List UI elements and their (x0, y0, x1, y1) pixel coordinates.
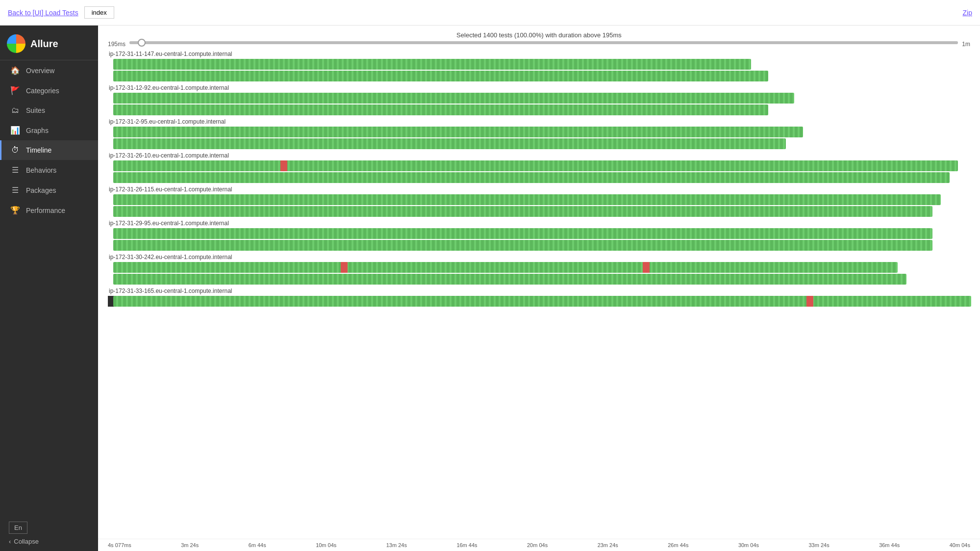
performance-icon: 🏆 (10, 206, 20, 215)
time-label-2: 6m 44s (249, 542, 266, 548)
bar-segment (113, 194, 941, 205)
host-label-0: ip-172-31-11-147.eu-central-1.compute.in… (108, 51, 970, 57)
time-label-6: 20m 04s (527, 542, 548, 548)
sidebar: Allure 🏠 Overview 🚩 Categories 🗂 Suites … (0, 26, 98, 551)
time-axis: 4s 077ms 3m 24s 6m 44s 10m 04s 13m 24s 1… (98, 539, 980, 551)
time-label-12: 40m 04s (950, 542, 970, 548)
host-group-2: ip-172-31-2-95.eu-central-1.compute.inte… (108, 118, 970, 149)
time-label-4: 13m 24s (386, 542, 407, 548)
host-group-3: ip-172-31-26-10.eu-central-1.compute.int… (108, 152, 970, 183)
bar-segment (113, 206, 932, 217)
flag-icon: 🚩 (10, 86, 20, 95)
sidebar-item-graphs[interactable]: 📊 Graphs (0, 120, 98, 140)
host-label-4: ip-172-31-26-115.eu-central-1.compute.in… (108, 186, 970, 193)
slider-info: Selected 1400 tests (100.00%) with durat… (108, 31, 970, 39)
slider-max-label: 1m (962, 41, 970, 48)
bar-segment (113, 240, 932, 251)
content-area: Selected 1400 tests (100.00%) with durat… (98, 26, 980, 551)
bar-red-indicator (806, 296, 813, 307)
host-label-2: ip-172-31-2-95.eu-central-1.compute.inte… (108, 118, 970, 125)
bar-row-5-1 (108, 240, 970, 251)
bar-segment (113, 105, 769, 115)
bar-row-3-1 (108, 172, 970, 183)
sidebar-item-overview-label: Overview (26, 67, 54, 75)
allure-logo-icon (7, 34, 25, 53)
bar-row-4-0 (108, 194, 970, 205)
host-label-5: ip-172-31-29-95.eu-central-1.compute.int… (108, 220, 970, 227)
sidebar-item-overview[interactable]: 🏠 Overview (0, 60, 98, 80)
sidebar-item-timeline-label: Timeline (26, 146, 51, 154)
bar-row-5-0 (108, 228, 970, 239)
slider-fill (129, 41, 958, 44)
sidebar-logo: Allure (0, 26, 98, 60)
bar-row-6-1 (108, 274, 970, 285)
bar-red-indicator-2 (643, 262, 650, 273)
bar-row-1-0 (108, 93, 970, 104)
behaviors-icon: ☰ (10, 165, 20, 175)
timeline-area: ip-172-31-11-147.eu-central-1.compute.in… (98, 51, 980, 539)
time-label-3: 10m 04s (316, 542, 336, 548)
bar-row-4-1 (108, 206, 970, 217)
slider-track[interactable] (129, 41, 958, 44)
host-group-1: ip-172-31-12-92.eu-central-1.compute.int… (108, 84, 970, 115)
back-link[interactable]: Back to [UI] Load Tests (8, 9, 78, 17)
slider-thumb[interactable] (138, 39, 146, 47)
bar-segment (113, 71, 769, 81)
sidebar-item-behaviors-label: Behaviors (26, 166, 56, 174)
bar-row-6-0 (108, 262, 970, 273)
top-bar: Back to [UI] Load Tests index Zip (0, 0, 980, 26)
packages-icon: ☰ (10, 185, 20, 195)
bar-segment (113, 138, 786, 149)
language-button[interactable]: En (9, 522, 27, 534)
tab-index[interactable]: index (84, 6, 114, 19)
timeline-icon: ⏱ (10, 146, 20, 155)
graphs-icon: 📊 (10, 126, 20, 135)
time-label-1: 3m 24s (181, 542, 199, 548)
sidebar-item-performance-label: Performance (26, 207, 65, 214)
zip-link[interactable]: Zip (963, 9, 972, 17)
host-group-4: ip-172-31-26-115.eu-central-1.compute.in… (108, 186, 970, 217)
sidebar-item-graphs-label: Graphs (26, 127, 49, 134)
time-label-11: 36m 44s (879, 542, 900, 548)
bar-row-3-0 (108, 160, 970, 171)
host-label-3: ip-172-31-26-10.eu-central-1.compute.int… (108, 152, 970, 159)
time-label-8: 26m 44s (668, 542, 688, 548)
home-icon: 🏠 (10, 66, 20, 75)
bar-segment (113, 160, 958, 171)
bar-row-7-0 (108, 296, 970, 307)
host-group-6: ip-172-31-30-242.eu-central-1.compute.in… (108, 254, 970, 285)
bar-segment (113, 274, 906, 285)
sidebar-item-packages[interactable]: ☰ Packages (0, 180, 98, 200)
bar-segment (113, 127, 803, 137)
time-label-9: 30m 04s (738, 542, 759, 548)
bar-segment (113, 93, 795, 104)
bar-segment (113, 296, 971, 307)
sidebar-item-performance[interactable]: 🏆 Performance (0, 200, 98, 220)
sidebar-bottom: En ‹ Collapse (0, 516, 98, 551)
host-label-6: ip-172-31-30-242.eu-central-1.compute.in… (108, 254, 970, 261)
bar-segment (113, 172, 950, 183)
main-layout: Allure 🏠 Overview 🚩 Categories 🗂 Suites … (0, 26, 980, 551)
time-label-5: 16m 44s (456, 542, 477, 548)
slider-area: Selected 1400 tests (100.00%) with durat… (98, 26, 980, 51)
bar-row-1-1 (108, 105, 970, 115)
host-group-0: ip-172-31-11-147.eu-central-1.compute.in… (108, 51, 970, 81)
sidebar-item-categories[interactable]: 🚩 Categories (0, 80, 98, 101)
collapse-button[interactable]: ‹ Collapse (9, 538, 89, 545)
chevron-left-icon: ‹ (9, 538, 11, 545)
bar-segment (113, 59, 752, 70)
time-label-0: 4s 077ms (108, 542, 131, 548)
logo-text: Allure (30, 38, 58, 50)
sidebar-item-suites[interactable]: 🗂 Suites (0, 101, 98, 120)
sidebar-item-timeline[interactable]: ⏱ Timeline (0, 140, 98, 160)
bar-segment (113, 262, 898, 273)
bar-row-0-1 (108, 71, 970, 81)
bar-row-0-0 (108, 59, 970, 70)
bar-red-indicator (280, 160, 287, 171)
sidebar-item-behaviors[interactable]: ☰ Behaviors (0, 160, 98, 180)
suites-icon: 🗂 (10, 106, 20, 115)
sidebar-item-packages-label: Packages (26, 186, 56, 194)
bar-row-2-1 (108, 138, 970, 149)
host-label-7: ip-172-31-33-165.eu-central-1.compute.in… (108, 288, 970, 294)
sidebar-item-suites-label: Suites (26, 106, 45, 114)
